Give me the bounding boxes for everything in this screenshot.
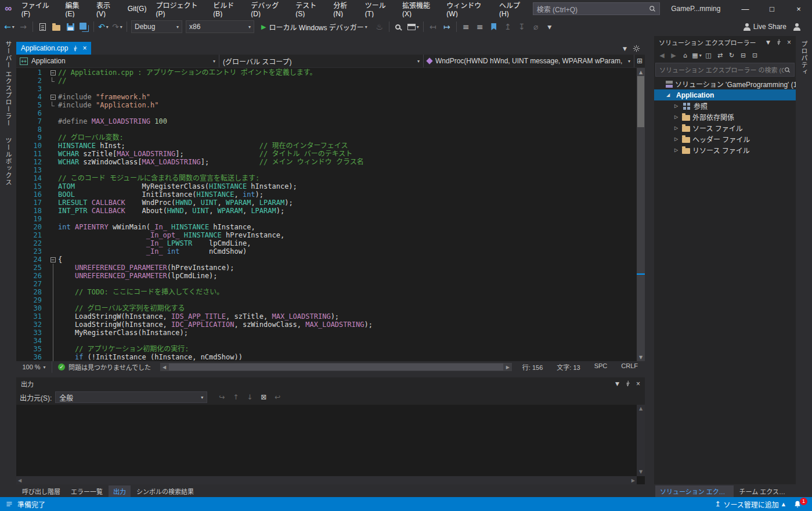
save-button[interactable] [63,19,77,34]
code-line[interactable]: 26 UNREFERENCED_PARAMETER(lpCmdLine); [20,272,636,280]
menu-item-7[interactable]: テスト(S) [291,0,329,17]
split-editor-icon[interactable]: ⊞ [634,55,645,67]
code-line[interactable]: 14// このコード モジュールに含まれる関数の宣言を転送します: [20,174,636,182]
code-line[interactable]: 5#include "Application.h" [20,101,636,109]
scrollbar-thumb[interactable] [169,364,503,370]
expander-icon[interactable] [673,103,680,109]
editor-vertical-scrollbar[interactable]: ▲ ▼ [637,68,645,361]
solution-explorer-search-box[interactable]: ソリューション エクスプローラー の検索 (Ctrl+;) [655,63,795,77]
project-dropdown[interactable]: Application [16,55,219,67]
tool-tab-1[interactable]: エラー一覧 [66,485,107,497]
expander-icon[interactable] [673,114,680,120]
fold-margin[interactable] [48,256,58,264]
code-line[interactable]: 33 MyRegisterClass(hInstance); [20,329,636,337]
left-strip-tab-1[interactable]: ツールボックス [3,137,13,186]
open-file-button[interactable] [49,19,63,34]
decrease-indent-button[interactable]: ≡ [459,19,473,34]
notifications-button[interactable]: 1 [793,500,806,508]
collapse-icon[interactable] [50,70,56,75]
collapse-all-button[interactable]: ⊟ [738,49,749,61]
code-line[interactable]: 36 if (!InitInstance (hInstance, nCmdSho… [20,353,636,361]
code-line[interactable]: 7#define MAX_LOADSTRING 100 [20,117,636,125]
left-strip-tab-0[interactable]: サーバー エクスプローラー [3,41,13,127]
menu-item-12[interactable]: ヘルプ(H) [495,0,533,17]
menu-item-3[interactable]: Git(G) [123,0,151,17]
clear-all-button[interactable]: ⊠ [257,391,270,403]
quick-search-box[interactable]: 検索 (Ctrl+Q) [533,2,660,15]
code-line[interactable]: 25 UNREFERENCED_PARAMETER(hPrevInstance)… [20,264,636,272]
tree-item-2[interactable]: 参照 [654,100,796,111]
code-line[interactable]: 12WCHAR szWindowClass[MAX_LOADSTRING]; /… [20,158,636,166]
code-line[interactable]: 35 // アプリケーション初期化の実行: [20,345,636,353]
code-line[interactable]: 15ATOM MyRegisterClass(HINSTANCE hInstan… [20,182,636,190]
scroll-down-icon[interactable]: ▼ [637,468,645,476]
save-all-button[interactable] [77,19,91,34]
tree-item-3[interactable]: 外部依存関係 [654,111,796,123]
add-to-source-control-button[interactable]: ↥ ソース管理に追加 ▲ [714,499,785,509]
increase-indent-button[interactable]: ≡ [473,19,487,34]
code-line[interactable]: 21 _In_opt_ HINSTANCE hPrevInstance, [20,231,636,239]
code-line[interactable]: 16BOOL InitInstance(HINSTANCE, int); [20,190,636,199]
show-all-files-button[interactable]: ◫ [703,49,714,61]
code-line[interactable]: 11WCHAR szTitle[MAX_LOADSTRING]; // タイトル… [20,150,636,158]
explorer-tab-1[interactable]: チーム エクスプローラー [735,485,795,497]
sync-with-active-document-button[interactable]: ⇄ [714,49,726,61]
goto-message-button[interactable]: ↪ [215,391,228,403]
code-line[interactable]: 3 [20,85,636,93]
navigate-forward-button[interactable]: → [16,19,30,34]
scroll-up-icon[interactable]: ▲ [637,68,645,76]
previous-edit-location-button[interactable]: ↤ [426,19,440,34]
code-line[interactable]: 20int APIENTRY wWinMain(_In_ HINSTANCE h… [20,223,636,231]
scroll-right-icon[interactable]: ▶ [631,478,635,483]
code-line[interactable]: 17LRESULT CALLBACK WndProc(HWND, UINT, W… [20,199,636,207]
member-dropdown[interactable]: WndProc(HWND hWnd, UINT message, WPARAM … [424,55,634,67]
fold-margin[interactable] [48,69,58,77]
output-source-select[interactable]: 全般 [55,391,207,403]
toolbar-options-button[interactable]: ▾ [543,19,557,34]
menu-item-9[interactable]: ツール(T) [360,0,398,17]
tool-tab-2[interactable]: 出力 [109,485,131,497]
zoom-select[interactable]: 100 % [16,361,52,373]
back-button[interactable]: ◀ [656,49,667,61]
panel-splitter[interactable] [16,373,645,377]
menu-item-5[interactable]: ビルド(B) [208,0,246,17]
expander-icon[interactable] [673,136,680,142]
code-line[interactable]: 31 LoadStringW(hInstance, IDS_APP_TITLE,… [20,312,636,321]
code-line[interactable]: 9// グローバル変数: [20,134,636,142]
code-line[interactable]: 24{ [20,256,636,264]
output-content[interactable]: ▲ ▼ ◀ ▶ [16,405,645,484]
code-line[interactable]: 13 [20,166,636,174]
code-line[interactable]: 8 [20,125,636,134]
menu-item-6[interactable]: デバッグ(D) [246,0,291,17]
next-bookmark-button[interactable]: ↧ [515,19,529,34]
menu-item-11[interactable]: ウィンドウ(W) [442,0,495,17]
tree-item-5[interactable]: ヘッダー ファイル [654,134,796,145]
previous-message-button[interactable]: ↑ [229,391,242,403]
code-line[interactable]: 34 [20,337,636,345]
undo-button[interactable]: ↶ [96,19,110,34]
code-line[interactable]: 10HINSTANCE hInst; // 現在のインターフェイス [20,142,636,150]
pin-icon[interactable] [625,380,631,387]
hot-reload-button[interactable]: ♨ [373,19,387,34]
output-horizontal-scrollbar[interactable]: ◀ ▶ [16,476,637,484]
code-line[interactable]: 27 [20,280,636,288]
navigate-backward-button[interactable]: ← [2,19,16,34]
scroll-down-icon[interactable]: ▼ [637,353,645,361]
close-tab-icon[interactable]: × [82,44,86,52]
menu-item-8[interactable]: 分析(N) [329,0,360,17]
tab-application-cpp[interactable]: Application.cpp × [16,42,91,55]
toggle-bookmark-button[interactable] [487,19,501,34]
window-list-chevron-icon[interactable]: ▼ [623,46,627,52]
code-line[interactable]: 29 [20,296,636,304]
scroll-up-icon[interactable]: ▲ [637,405,645,413]
pin-icon[interactable] [775,39,782,45]
expander-icon[interactable] [673,125,680,131]
clear-bookmarks-button[interactable]: ⌀ [529,19,543,34]
menu-item-2[interactable]: 表示(V) [92,0,123,17]
solution-platform-select[interactable]: x86 [186,20,254,33]
fold-margin[interactable] [48,93,58,101]
gear-icon[interactable] [633,45,640,52]
tree-item-1[interactable]: Application [654,89,796,100]
redo-button[interactable]: ↷ [110,19,124,34]
code-editor[interactable]: 1// Application.cpp : アプリケーションのエントリ ポイント… [16,68,645,361]
